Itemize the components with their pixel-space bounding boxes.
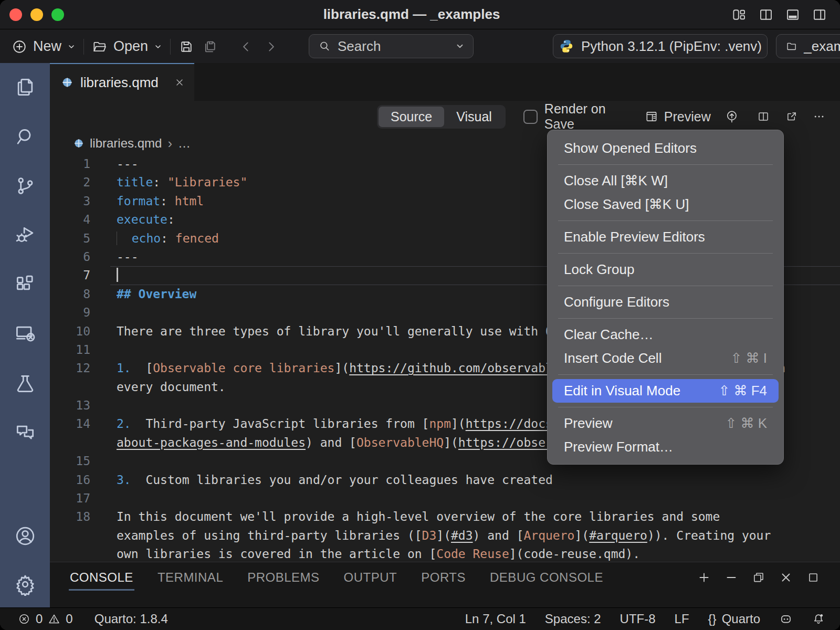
plus-circle-icon [12, 39, 27, 55]
menu-item-label: Lock Group [564, 261, 634, 278]
maximize-panel-button[interactable] [806, 571, 820, 584]
open-in-new-window-icon[interactable] [785, 110, 798, 123]
app-window: libraries.qmd — _examples New Open [0, 0, 840, 630]
menu-item-configure-editors[interactable]: Configure Editors [552, 290, 779, 314]
language-mode-status[interactable]: {} Quarto [708, 612, 760, 626]
code-line[interactable]: examples of using third-party libraries … [50, 527, 840, 545]
menu-separator [558, 286, 773, 286]
breadcrumb-more[interactable]: … [178, 136, 191, 151]
sidebar-item-extensions[interactable] [14, 273, 37, 296]
menu-item-clear-cache[interactable]: Clear Cache… [552, 323, 779, 346]
navigate-forward-button[interactable] [264, 40, 278, 54]
navigate-back-button[interactable] [239, 40, 253, 54]
copilot-icon[interactable] [779, 612, 793, 626]
menu-item-label: Edit in Visual Mode [564, 383, 680, 399]
indentation-status[interactable]: Spaces: 2 [545, 612, 601, 626]
panel-tab-output[interactable]: OUTPUT [344, 570, 397, 585]
interpreter-selector[interactable]: Python 3.12.1 (PipEnv: .venv) [553, 34, 768, 58]
new-button[interactable]: New [12, 38, 76, 55]
menu-item-show-opened-editors[interactable]: Show Opened Editors [552, 136, 779, 160]
panel-tab-console[interactable]: CONSOLE [70, 570, 133, 585]
project-button[interactable]: _examples [776, 34, 840, 58]
more-actions-icon[interactable] [813, 110, 825, 123]
menu-item-label: Configure Editors [564, 294, 669, 310]
restore-panel-button[interactable] [752, 571, 765, 584]
zoom-window-button[interactable] [51, 8, 64, 21]
sidebar-item-testing[interactable] [14, 372, 37, 395]
breadcrumb[interactable]: libraries.qmd › … [74, 133, 191, 153]
toggle-panel-button[interactable] [785, 7, 801, 23]
line-number: 12 [50, 359, 90, 377]
notifications-bell-icon[interactable] [812, 612, 825, 626]
editor-action-bar: Source Visual Render on Save Preview [377, 101, 825, 132]
line-number: 14 [50, 415, 90, 433]
interpreter-label: Python 3.12.1 (PipEnv: .venv) [581, 38, 762, 55]
eol-status[interactable]: LF [675, 612, 689, 626]
line-number: 6 [50, 248, 90, 266]
menu-item-close-all-k-w[interactable]: Close All [⌘K W] [552, 169, 779, 193]
customize-layout-button[interactable] [731, 7, 747, 23]
new-button-label: New [33, 38, 61, 55]
sidebar-item-explorer[interactable] [14, 76, 37, 99]
code-line[interactable]: 163. Custom libraries you and/or your co… [50, 471, 840, 489]
close-tab-icon[interactable] [174, 77, 185, 88]
chevron-left-icon [239, 40, 253, 54]
save-all-button[interactable] [202, 39, 218, 55]
minimize-panel-button[interactable] [724, 571, 738, 584]
toolbar-divider [170, 39, 171, 55]
close-window-button[interactable] [9, 8, 22, 21]
menu-item-edit-in-visual-mode[interactable]: Edit in Visual Mode⇧ ⌘ F4 [552, 379, 779, 403]
sidebar-item-source-control[interactable] [14, 174, 37, 197]
sidebar-item-search[interactable] [14, 125, 37, 148]
account-button[interactable] [14, 524, 37, 548]
panel-tab-ports[interactable]: PORTS [421, 570, 466, 585]
quarto-version-status[interactable]: Quarto: 1.8.4 [94, 612, 168, 626]
split-editor-icon[interactable] [757, 110, 770, 123]
panel-tab-debug-console[interactable]: DEBUG CONSOLE [490, 570, 603, 585]
open-button[interactable]: Open [92, 38, 162, 55]
menu-item-insert-code-cell[interactable]: Insert Code Cell⇧ ⌘ I [552, 346, 779, 370]
line-number: 2 [50, 173, 90, 192]
menu-item-preview[interactable]: Preview⇧ ⌘ K [552, 412, 779, 435]
global-search-input[interactable]: Search [309, 34, 474, 58]
menu-item-lock-group[interactable]: Lock Group [552, 258, 779, 281]
line-number [50, 545, 90, 562]
line-content: format: html [117, 192, 204, 211]
minimize-window-button[interactable] [30, 8, 43, 21]
menu-item-close-saved-k-u[interactable]: Close Saved [⌘K U] [552, 193, 779, 216]
line-number: 17 [50, 489, 90, 508]
code-line[interactable]: own libraries is covered in the article … [50, 545, 840, 562]
save-all-icon [202, 39, 218, 55]
code-line[interactable]: 18In this document we'll provide a high-… [50, 508, 840, 526]
render-icon[interactable] [724, 109, 739, 124]
panel-actions [697, 571, 820, 584]
menu-item-preview-format[interactable]: Preview Format… [552, 435, 779, 459]
settings-button[interactable] [14, 573, 37, 596]
line-number: 8 [50, 285, 90, 303]
close-panel-button[interactable] [779, 571, 793, 584]
cursor-position-status[interactable]: Ln 7, Col 1 [465, 612, 526, 626]
menu-item-enable-preview-editors[interactable]: Enable Preview Editors [552, 225, 779, 249]
panel-tab-terminal[interactable]: TERMINAL [158, 570, 223, 585]
sidebar-item-comments[interactable] [14, 421, 37, 444]
preview-button[interactable]: Preview [645, 109, 711, 124]
new-console-button[interactable] [697, 571, 711, 584]
quarto-file-icon [74, 138, 84, 149]
breadcrumb-file[interactable]: libraries.qmd [90, 136, 162, 151]
tab-libraries-qmd[interactable]: libraries.qmd [50, 63, 194, 101]
source-mode-button[interactable]: Source [379, 107, 444, 127]
quarto-file-icon [61, 77, 73, 88]
sidebar-item-run-debug[interactable] [14, 224, 37, 247]
toggle-secondary-sidebar-button[interactable] [812, 7, 827, 23]
split-editor-button[interactable] [758, 7, 774, 23]
encoding-status[interactable]: UTF-8 [620, 612, 656, 626]
line-number: 5 [50, 229, 90, 248]
sidebar-item-remote-explorer[interactable] [14, 322, 37, 345]
menu-item-label: Clear Cache… [564, 327, 654, 343]
render-on-save-checkbox[interactable] [523, 110, 538, 124]
panel-tab-problems[interactable]: PROBLEMS [247, 570, 319, 585]
code-line[interactable]: 17 [50, 489, 840, 508]
save-button[interactable] [178, 39, 194, 55]
visual-mode-button[interactable]: Visual [444, 107, 504, 127]
problems-status[interactable]: 0 0 [18, 612, 73, 626]
